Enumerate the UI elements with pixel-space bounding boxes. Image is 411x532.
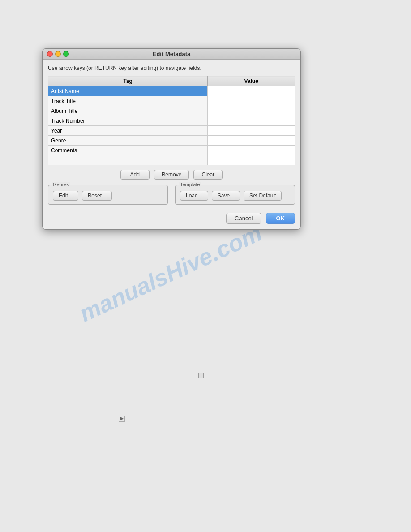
template-setdefault-button[interactable]: Set Default: [244, 191, 282, 201]
ok-button[interactable]: OK: [266, 213, 295, 224]
clear-button[interactable]: Clear: [193, 170, 223, 180]
small-square-icon: [198, 373, 204, 378]
table-row: Track Number: [48, 116, 295, 126]
tag-cell[interactable]: Comments: [48, 146, 208, 155]
table-row: Genre: [48, 136, 295, 146]
genres-label: Genres: [52, 182, 70, 187]
play-triangle-icon: [119, 416, 125, 422]
template-section: Template Load... Save... Set Default: [175, 185, 295, 205]
table-row: Comments: [48, 146, 295, 155]
table-row: Track Title: [48, 96, 295, 106]
minimize-button[interactable]: [55, 51, 61, 57]
dialog-action-row: Cancel OK: [48, 211, 295, 225]
table-row: Year: [48, 126, 295, 136]
titlebar: Edit Metadata: [43, 49, 300, 60]
col-header-value: Value: [208, 76, 295, 86]
genres-edit-button[interactable]: Edit...: [53, 191, 78, 201]
edit-metadata-dialog: Edit Metadata Use arrow keys (or RETURN …: [42, 48, 301, 230]
tag-cell[interactable]: [48, 155, 208, 165]
remove-button[interactable]: Remove: [154, 170, 189, 180]
page-background: manualsHive.com Edit Metadata Use arrow …: [0, 0, 411, 532]
watermark: manualsHive.com: [75, 219, 266, 327]
value-cell[interactable]: [208, 126, 295, 136]
genres-reset-button[interactable]: Reset...: [82, 191, 112, 201]
table-row: Artist Name: [48, 86, 295, 96]
value-cell[interactable]: [208, 146, 295, 155]
tag-cell[interactable]: Year: [48, 126, 208, 136]
value-cell[interactable]: [208, 96, 295, 106]
template-save-button[interactable]: Save...: [212, 191, 240, 201]
value-cell[interactable]: [208, 106, 295, 116]
sections-row: Genres Edit... Reset... Template Load...…: [48, 185, 295, 205]
table-row: [48, 155, 295, 165]
col-header-tag: Tag: [48, 76, 208, 86]
action-buttons-row: Add Remove Clear: [48, 170, 295, 180]
value-cell[interactable]: [208, 155, 295, 165]
genres-section: Genres Edit... Reset...: [48, 185, 168, 205]
dialog-title: Edit Metadata: [153, 51, 191, 57]
value-cell[interactable]: [208, 86, 295, 96]
template-load-button[interactable]: Load...: [180, 191, 208, 201]
value-cell[interactable]: [208, 136, 295, 146]
cancel-button[interactable]: Cancel: [226, 213, 261, 224]
table-row: Album Title: [48, 106, 295, 116]
tag-cell[interactable]: Track Number: [48, 116, 208, 126]
genres-buttons: Edit... Reset...: [53, 191, 163, 201]
tag-cell[interactable]: Album Title: [48, 106, 208, 116]
instruction-text: Use arrow keys (or RETURN key after edit…: [48, 64, 295, 72]
titlebar-buttons: [47, 51, 69, 57]
close-button[interactable]: [47, 51, 53, 57]
add-button[interactable]: Add: [120, 170, 150, 180]
template-buttons: Load... Save... Set Default: [180, 191, 290, 201]
dialog-body: Use arrow keys (or RETURN key after edit…: [43, 60, 300, 229]
metadata-table: Tag Value Artist NameTrack TitleAlbum Ti…: [48, 76, 295, 165]
tag-cell[interactable]: Artist Name: [48, 86, 208, 96]
tag-cell[interactable]: Genre: [48, 136, 208, 146]
tag-cell[interactable]: Track Title: [48, 96, 208, 106]
maximize-button[interactable]: [63, 51, 69, 57]
template-label: Template: [179, 182, 201, 187]
value-cell[interactable]: [208, 116, 295, 126]
